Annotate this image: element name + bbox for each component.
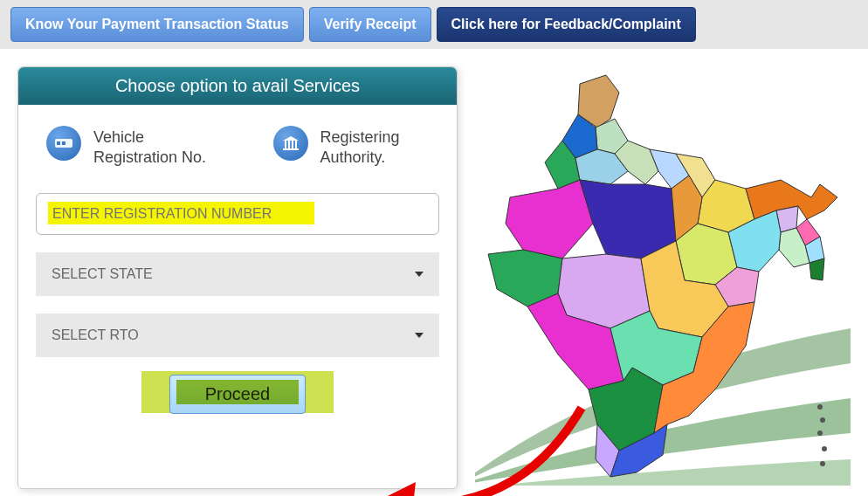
top-bar: Know Your Payment Transaction Status Ver… <box>0 0 868 49</box>
select-state-dropdown[interactable]: SELECT STATE <box>36 252 439 296</box>
proceed-button-row: Proceed <box>36 375 439 414</box>
svg-point-10 <box>817 404 823 410</box>
india-map-area <box>475 66 851 489</box>
svg-rect-5 <box>288 141 290 148</box>
proceed-button[interactable]: Proceed <box>169 375 307 414</box>
svg-rect-1 <box>57 141 60 145</box>
main-content: Choose option to avail Services Vehicle … <box>0 49 868 496</box>
feedback-complaint-button[interactable]: Click here for Feedback/Complaint <box>437 7 696 42</box>
select-rto-dropdown[interactable]: SELECT RTO <box>36 313 439 357</box>
svg-rect-4 <box>285 141 286 148</box>
registering-authority-option[interactable]: Registering Authority. <box>273 126 439 169</box>
chevron-down-icon <box>415 272 424 277</box>
registration-number-input[interactable] <box>36 193 439 235</box>
svg-rect-7 <box>295 141 297 148</box>
svg-rect-6 <box>292 141 293 148</box>
svg-rect-8 <box>283 148 299 150</box>
svg-rect-2 <box>62 141 65 145</box>
service-options-row: Vehicle Registration No. Registering Aut… <box>36 126 439 169</box>
svg-marker-9 <box>381 482 416 496</box>
panel-body: Vehicle Registration No. Registering Aut… <box>18 105 457 440</box>
india-map-icon <box>475 66 851 486</box>
registration-input-wrapper <box>36 193 439 252</box>
svg-point-13 <box>822 446 827 451</box>
authority-icon <box>273 126 308 161</box>
svg-point-11 <box>820 417 825 423</box>
svg-marker-3 <box>283 136 299 141</box>
select-rto-label: SELECT RTO <box>52 327 139 343</box>
vehicle-option-label: Vehicle Registration No. <box>93 126 230 169</box>
vehicle-registration-option[interactable]: Vehicle Registration No. <box>46 126 230 169</box>
panel-title: Choose option to avail Services <box>18 67 457 105</box>
select-state-label: SELECT STATE <box>52 266 153 282</box>
services-panel: Choose option to avail Services Vehicle … <box>17 66 458 489</box>
vehicle-icon <box>46 126 81 161</box>
chevron-down-icon <box>415 333 424 338</box>
payment-status-button[interactable]: Know Your Payment Transaction Status <box>10 7 304 42</box>
authority-option-label: Registering Authority. <box>320 126 439 169</box>
svg-point-12 <box>817 431 823 436</box>
verify-receipt-button[interactable]: Verify Receipt <box>309 7 431 42</box>
svg-point-14 <box>820 461 825 466</box>
